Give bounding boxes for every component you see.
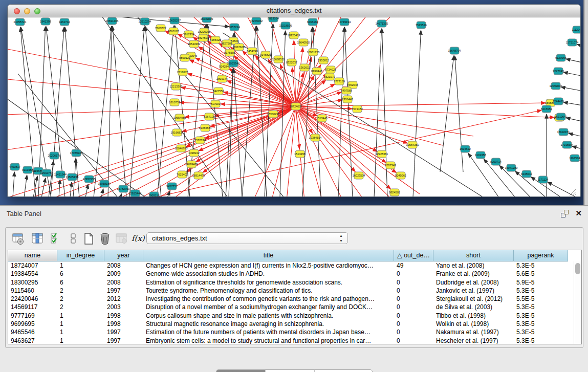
graph-node-12213389[interactable]: 12213389 bbox=[170, 83, 183, 90]
table-row[interactable]: 977716911998Corpus callosum shape and si… bbox=[8, 312, 581, 320]
graph-node-10719194[interactable]: 10719194 bbox=[338, 18, 351, 26]
citation-network-graph[interactable]: 7663822986012859129541822605898275031054… bbox=[8, 17, 580, 196]
graph-node-16023504[interactable]: 16023504 bbox=[353, 172, 365, 179]
graph-node-9824502[interactable]: 9824502 bbox=[389, 189, 400, 196]
graph-node-12610294[interactable]: 12610294 bbox=[139, 18, 151, 25]
graph-node-2336447[interactable]: 2336447 bbox=[342, 96, 353, 103]
tab-network-table[interactable]: Network Table bbox=[315, 370, 372, 372]
table-vertical-scrollbar[interactable] bbox=[574, 261, 581, 344]
graph-node-8322037[interactable]: 8322037 bbox=[286, 59, 297, 66]
graph-node-20206576[interactable]: 20206576 bbox=[48, 152, 61, 159]
graph-node-10564351[interactable]: 10564351 bbox=[406, 141, 419, 148]
import-table-icon[interactable] bbox=[115, 232, 128, 245]
graph-node-1810753[interactable]: 1810753 bbox=[169, 99, 180, 106]
table-column-icon[interactable] bbox=[31, 232, 44, 245]
graph-node-15692971[interactable]: 15692971 bbox=[557, 128, 570, 136]
graph-node-19218596[interactable]: 19218596 bbox=[279, 22, 292, 29]
graph-node-7857224[interactable]: 7857224 bbox=[229, 24, 240, 31]
graph-node-817003[interactable]: 817003 bbox=[211, 100, 221, 107]
row-height-icon[interactable] bbox=[67, 232, 80, 245]
graph-node-8990448[interactable]: 8990448 bbox=[311, 68, 322, 75]
graph-node-16958187[interactable]: 16958187 bbox=[98, 180, 111, 187]
graph-node-17016504[interactable]: 17016504 bbox=[561, 141, 574, 148]
new-document-icon[interactable] bbox=[82, 232, 95, 245]
graph-node-19384554[interactable]: 19384554 bbox=[309, 134, 322, 141]
graph-node-1112045[interactable]: 1112045 bbox=[572, 26, 580, 33]
graph-node-9319358[interactable]: 9319358 bbox=[22, 166, 33, 173]
table-row[interactable]: 946362711997Embryonic stem cells: a mode… bbox=[8, 337, 581, 344]
minimize-button[interactable] bbox=[24, 8, 30, 14]
graph-node-7625402[interactable]: 7625402 bbox=[177, 171, 188, 178]
graph-node-16961758[interactable]: 16961758 bbox=[307, 49, 320, 56]
graph-node-17957255[interactable]: 17957255 bbox=[83, 176, 96, 183]
graph-node-9457751[interactable]: 9457751 bbox=[166, 183, 178, 190]
delete-table-icon[interactable] bbox=[99, 232, 112, 245]
graph-node-17359924[interactable]: 17359924 bbox=[70, 149, 83, 157]
graph-node-1244419[interactable]: 1244419 bbox=[553, 98, 564, 105]
graph-node-9227343[interactable]: 9227343 bbox=[553, 68, 564, 75]
graph-node-18724007[interactable]: 18724007 bbox=[290, 103, 302, 110]
table-row[interactable]: 946554611997Estimation of the future num… bbox=[8, 328, 581, 336]
graph-node-21053346[interactable]: 21053346 bbox=[227, 60, 240, 67]
column-header-short[interactable]: short bbox=[433, 250, 514, 261]
zoom-button[interactable] bbox=[34, 8, 40, 14]
graph-node-9102358[interactable]: 9102358 bbox=[475, 151, 486, 159]
graph-node-11451944[interactable]: 11451944 bbox=[54, 171, 67, 178]
graph-node-9245062[interactable]: 9245062 bbox=[395, 172, 406, 179]
graph-node-7905118[interactable]: 7905118 bbox=[148, 192, 159, 196]
float-panel-icon[interactable] bbox=[561, 210, 569, 217]
graph-node-20691406[interactable]: 20691406 bbox=[106, 17, 119, 25]
graph-node-9245042[interactable]: 9245042 bbox=[521, 170, 532, 178]
graph-node-4450817[interactable]: 4450817 bbox=[9, 163, 20, 170]
column-header-in_degree[interactable]: in_degree bbox=[57, 250, 104, 261]
graph-node-1513445[interactable]: 1513445 bbox=[316, 115, 328, 122]
graph-node-12942757[interactable]: 12942757 bbox=[40, 169, 53, 177]
graph-node-12925381[interactable]: 12925381 bbox=[376, 150, 388, 158]
graph-node-18300295[interactable]: 18300295 bbox=[267, 111, 280, 118]
column-header-out_de[interactable]: △ out_de… bbox=[394, 250, 433, 261]
graph-node-12093872[interactable]: 12093872 bbox=[550, 82, 562, 90]
graph-node-15751074[interactable]: 15751074 bbox=[566, 39, 579, 46]
graph-node-18325419[interactable]: 18325419 bbox=[288, 32, 300, 39]
graph-node-9175685[interactable]: 9175685 bbox=[224, 49, 235, 56]
graph-node-7573482[interactable]: 7573482 bbox=[352, 105, 363, 113]
network-canvas[interactable]: 7663822986012859129541822605898275031054… bbox=[8, 17, 580, 196]
table-select-dropdown[interactable]: citations_edges.txt ▲▼ bbox=[146, 232, 348, 244]
graph-node-9777169[interactable]: 9777169 bbox=[334, 78, 345, 85]
graph-node-9146821[interactable]: 9146821 bbox=[260, 51, 271, 58]
graph-node-8427552[interactable]: 8427552 bbox=[213, 87, 224, 95]
graph-node-9827503[interactable]: 9827503 bbox=[198, 34, 209, 41]
network-window-titlebar[interactable]: citations_edges.txt bbox=[8, 5, 580, 17]
scrollbar-thumb[interactable] bbox=[575, 263, 580, 274]
graph-node-13353584[interactable]: 13353584 bbox=[199, 124, 212, 132]
graph-node-14671355[interactable]: 14671355 bbox=[376, 20, 388, 27]
graph-node-7663822[interactable]: 7663822 bbox=[155, 25, 166, 32]
graph-node-8454749[interactable]: 8454749 bbox=[247, 48, 258, 55]
graph-node-24055724[interactable]: 24055724 bbox=[14, 18, 27, 26]
graph-node-1362615[interactable]: 1362615 bbox=[299, 64, 310, 71]
graph-node-18640910[interactable]: 18640910 bbox=[297, 39, 310, 46]
graph-node-1621072[interactable]: 1621072 bbox=[324, 73, 335, 80]
graph-node-8200714[interactable]: 8200714 bbox=[490, 158, 502, 165]
column-header-pagerank[interactable]: pagerank bbox=[514, 250, 568, 261]
graph-node-16914479[interactable]: 16914479 bbox=[192, 172, 205, 179]
column-header-title[interactable]: title bbox=[143, 250, 394, 261]
graph-node-8267130[interactable]: 8267130 bbox=[204, 113, 215, 120]
graph-node-16210643[interactable]: 16210643 bbox=[555, 113, 568, 120]
graph-node-5912954[interactable]: 5912954 bbox=[183, 31, 194, 38]
network-window[interactable]: citations_edges.txt 76638229860128591295… bbox=[7, 4, 581, 197]
graph-node-16648794[interactable]: 16648794 bbox=[448, 47, 461, 54]
graph-node-8186328[interactable]: 8186328 bbox=[210, 36, 221, 43]
table-row[interactable]: 2242004622012Investigating the contribut… bbox=[8, 295, 581, 303]
table-row[interactable]: 1456911722003Disruption of a novel membe… bbox=[8, 303, 581, 311]
graph-node-16041280[interactable]: 16041280 bbox=[505, 164, 518, 171]
graph-node-19654985[interactable]: 19654985 bbox=[173, 114, 186, 121]
column-header-name[interactable]: name bbox=[8, 250, 57, 261]
graph-node-9129966[interactable]: 9129966 bbox=[555, 54, 567, 61]
graph-node-7955812[interactable]: 7955812 bbox=[318, 57, 329, 64]
graph-node-6734028[interactable]: 6734028 bbox=[325, 66, 336, 73]
graph-node-2367608[interactable]: 2367608 bbox=[233, 43, 245, 51]
graph-node-6497568[interactable]: 6497568 bbox=[341, 87, 352, 94]
graph-node-7515526[interactable]: 7515526 bbox=[416, 21, 427, 29]
tab-node-table[interactable]: Node Table bbox=[216, 370, 266, 372]
